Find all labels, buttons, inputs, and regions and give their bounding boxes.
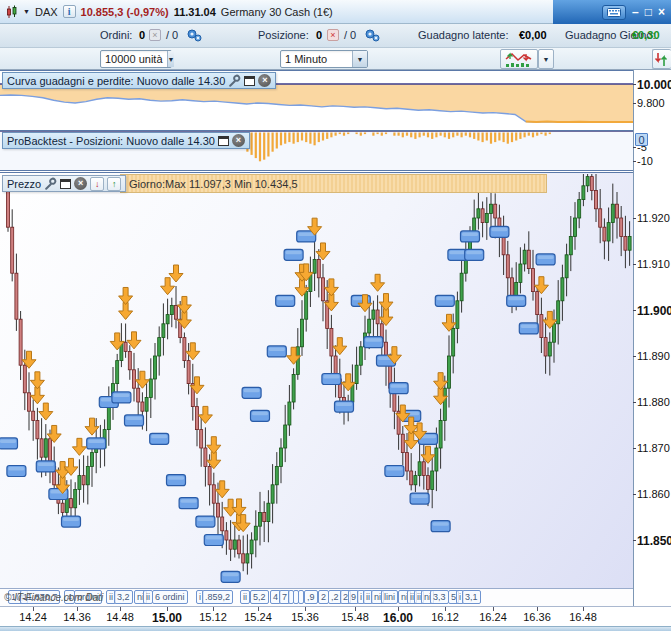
close-panel-icon[interactable]: × (232, 134, 245, 147)
time-label: 15.12 (199, 611, 227, 623)
minimize-button[interactable]: – (632, 6, 639, 18)
chart-style-caret-button[interactable]: ▼ (538, 49, 554, 69)
order-tag[interactable]: 6 ordini (152, 590, 188, 604)
scale-tick (633, 402, 636, 403)
order-tag[interactable]: 3,2 (114, 590, 133, 604)
order-tag[interactable]: ii (240, 590, 250, 604)
buy-arrow-icon[interactable]: ↑ (107, 177, 121, 191)
positions-toolbar: Ordini: 0 × / 0 Posizione: 0 × / 0 Guada… (0, 24, 671, 48)
day-range-text: Giorno:Max 11.097,3 Min 10.434,5 (129, 178, 298, 190)
trading-window: ▼ DAX i 10.855,3 (-0,97%) 11.31.04 Germa… (0, 0, 671, 631)
time-label: 14.24 (19, 611, 47, 623)
price-scale-label: 11.850 (637, 534, 671, 548)
close-button[interactable]: × (658, 6, 665, 18)
detach-window-icon[interactable] (218, 136, 229, 146)
scale-tick (633, 103, 636, 104)
guadagno-latente-label: Guadagno latente: (418, 29, 509, 41)
equity-scale-label: 9.800 (637, 97, 665, 109)
order-tag[interactable]: 3,1 (462, 590, 481, 604)
price-scale-label: 11.920 (637, 212, 670, 224)
instrument-name: Germany 30 Cash (1€) (221, 6, 333, 18)
scale-tick (633, 147, 636, 148)
time-label: 14.36 (63, 611, 91, 623)
time-label: 16.48 (569, 611, 597, 623)
close-panel-icon[interactable]: × (74, 177, 87, 190)
price-scale-label: 11.890 (637, 350, 670, 362)
maximize-button[interactable]: □ (645, 6, 652, 18)
positions-scale-label: -10 (637, 155, 653, 167)
chevron-down-icon: ▼ (543, 56, 550, 63)
window-controls: – □ × (553, 0, 671, 24)
positions-current-value-badge: 0 (635, 133, 648, 146)
price-change: 10.855,3 (-0,97%) (81, 6, 169, 18)
chart-toolbar: 10000 unità ▼ 1 Minuto ▼ ▼ (0, 48, 671, 70)
ordini-value: 0 (139, 29, 145, 41)
order-tag[interactable]: lini (381, 590, 398, 604)
candlestick-logo-icon[interactable] (5, 5, 18, 18)
order-tag[interactable]: 3,3 (430, 590, 449, 604)
chevron-down-icon[interactable]: ▼ (352, 51, 367, 67)
scale-tick (633, 356, 636, 357)
order-tag[interactable]: .859,2 (202, 590, 233, 604)
scale-tick (633, 448, 636, 449)
positions-panel-header[interactable]: ProBacktest - Posizioni: Nuovo dalle 14.… (2, 132, 250, 149)
timeframe-value: 1 Minuto (281, 53, 352, 65)
detach-window-icon[interactable] (244, 76, 255, 86)
sell-arrow-icon[interactable]: ↓ (90, 177, 104, 191)
time-label: 16.12 (431, 611, 459, 623)
posizione-value: 0 (316, 29, 322, 41)
time-label: 14.48 (106, 611, 134, 623)
price-scale-label: 11.870 (637, 442, 670, 454)
scale-tick (633, 264, 636, 265)
equity-scale-label: 10.000 (637, 78, 671, 92)
chevron-down-icon[interactable]: ▼ (167, 51, 175, 67)
copyright-text: © IT-Finance.com Dati (4, 592, 103, 603)
price-scale-label: 11.880 (637, 396, 670, 408)
time-label: 16.36 (523, 611, 551, 623)
info-icon[interactable]: i (63, 5, 76, 18)
scale-tick (633, 540, 636, 541)
close-position-icon[interactable]: × (327, 29, 339, 41)
day-range-info-bar: Giorno:Max 11.097,3 Min 10.434,5 (120, 174, 547, 193)
price-scale-label: 11.910 (637, 258, 670, 270)
scale-tick (633, 218, 636, 219)
posizione-max: / 0 (344, 29, 356, 41)
price-chart[interactable] (0, 174, 633, 588)
detach-window-icon[interactable] (60, 179, 71, 189)
time-label: 16.00 (383, 611, 413, 625)
scale-tick (633, 494, 636, 495)
scale-tick (633, 161, 636, 162)
time-label: 16.24 (479, 611, 507, 623)
time-label: 15.36 (291, 611, 319, 623)
wrench-icon[interactable] (228, 74, 241, 87)
chart-style-button[interactable] (500, 49, 538, 69)
posizione-label: Posizione: (258, 29, 309, 41)
symbol-dropdown-caret[interactable]: ▼ (23, 8, 30, 15)
wrench-icon[interactable] (44, 177, 57, 190)
buy-sell-button[interactable] (652, 49, 671, 69)
quantity-value: 10000 unità (101, 53, 167, 65)
order-tag[interactable]: ,9 (304, 590, 318, 604)
quantity-dropdown[interactable]: 10000 unità ▼ (100, 50, 172, 68)
close-panel-icon[interactable]: × (258, 74, 271, 87)
price-scale-label: 11.860 (637, 488, 670, 500)
order-tag[interactable]: 5,2 (250, 590, 269, 604)
ordini-label: Ordini: (100, 29, 132, 41)
cancel-orders-icon[interactable]: × (149, 29, 161, 41)
timeframe-dropdown[interactable]: 1 Minuto ▼ (280, 50, 368, 68)
price-scale-label: 11.900 (637, 304, 671, 318)
symbol-label[interactable]: DAX (35, 6, 58, 18)
price-panel-title: Prezzo (7, 178, 41, 190)
time-label: 15.00 (152, 611, 182, 625)
positions-panel-title: ProBacktest - Posizioni: Nuovo dalle 14.… (7, 135, 215, 147)
chart-style-icon (504, 51, 534, 68)
horizontal-scrollbar[interactable] (0, 626, 671, 631)
price-panel-header[interactable]: Prezzo × ↓ ↑ (2, 175, 126, 192)
buy-sell-arrows-icon (654, 51, 670, 68)
clock-time: 11.31.04 (174, 6, 216, 18)
keyboard-icon[interactable] (602, 5, 626, 20)
equity-panel-header[interactable]: Curva guadagni e perdite: Nuovo dalle 14… (2, 72, 276, 89)
scale-tick (633, 84, 636, 85)
time-label: 15.24 (244, 611, 272, 623)
ordini-max: / 0 (166, 29, 178, 41)
